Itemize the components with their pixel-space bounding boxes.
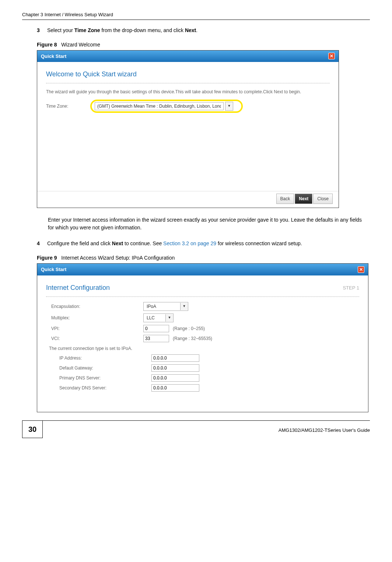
wizard2-titlebar: Quick Start ✕: [37, 264, 368, 275]
step-4-text: Configure the field and click Next to co…: [47, 240, 368, 247]
chevron-down-icon[interactable]: ▼: [165, 314, 173, 322]
ip-address-label: IP Address:: [46, 355, 151, 361]
secondary-dns-label: Secondary DNS Server:: [46, 385, 151, 391]
timezone-label: Time Zone:: [46, 103, 90, 110]
timezone-select[interactable]: [95, 102, 224, 110]
page-footer: 30 AMG1302/AMG1202-TSeries User's Guide: [22, 420, 370, 438]
wizard1-button-row: Back Next Close: [37, 191, 339, 208]
figure-title: Internet Access Wizard Setup: IPoA Confi…: [61, 255, 175, 261]
primary-dns-input[interactable]: [151, 374, 199, 382]
encapsulation-select[interactable]: IPoA ▼: [143, 302, 188, 311]
vci-hint: (Range : 32~65535): [173, 335, 212, 342]
divider: [46, 83, 330, 83]
text: from the drop-down menu, and click: [100, 27, 185, 33]
step-4: 4 Configure the field and click Next to …: [37, 240, 370, 247]
figure-title: Wizard Welcome: [61, 42, 100, 48]
multiplex-value: LLC: [144, 315, 164, 321]
step-3-number: 3: [37, 27, 46, 34]
chevron-down-icon[interactable]: ▼: [180, 303, 188, 310]
paragraph-after-fig8: Enter your Internet access information i…: [48, 216, 368, 232]
default-gateway-input[interactable]: [151, 364, 199, 372]
bold-next: Next: [112, 240, 123, 246]
step-indicator: STEP 1: [343, 284, 359, 292]
bold-next: Next: [185, 27, 196, 33]
page-header: Chapter 3 Internet / Wireless Setup Wiza…: [22, 11, 370, 20]
figure-9-screenshot: Quick Start ✕ STEP 1 Internet Configurat…: [37, 263, 368, 412]
chevron-down-icon[interactable]: ▼: [225, 102, 233, 111]
figure-8-caption: Figure 8 Wizard Welcome: [37, 41, 370, 49]
ip-address-input[interactable]: [151, 354, 199, 362]
next-button[interactable]: Next: [295, 194, 312, 204]
wizard2-heading: Internet Configuration: [46, 283, 359, 293]
text: Configure the field and click: [47, 240, 112, 246]
vpi-label: VPI:: [46, 325, 143, 332]
vci-label: VCI:: [46, 335, 143, 342]
close-icon[interactable]: ✕: [358, 266, 364, 273]
default-gateway-label: Default Gateway:: [46, 365, 151, 371]
text: for wireless connection wizard setup.: [216, 240, 302, 246]
step-3-text: Select your Time Zone from the drop-down…: [47, 27, 368, 34]
text: to continue. See: [123, 240, 163, 246]
figure-label: Figure 8: [37, 42, 57, 48]
primary-dns-label: Primary DNS Server:: [46, 375, 151, 381]
close-icon[interactable]: ✕: [328, 53, 335, 59]
encapsulation-label: Encapsulation:: [46, 303, 143, 310]
multiplex-label: Multiplex:: [46, 315, 143, 321]
current-connection-note: The current connection type is set to IP…: [49, 345, 359, 352]
wizard1-bar-title: Quick Start: [41, 53, 66, 60]
close-button[interactable]: Close: [313, 194, 333, 204]
text: .: [196, 27, 197, 33]
wizard1-titlebar: Quick Start ✕: [37, 51, 339, 62]
figure-label: Figure 9: [37, 255, 57, 261]
bold-timezone: Time Zone: [74, 27, 100, 33]
step-3: 3 Select your Time Zone from the drop-do…: [37, 27, 370, 34]
wizard1-heading: Welcome to Quick Start wizard: [46, 69, 330, 79]
multiplex-select[interactable]: LLC ▼: [143, 313, 174, 322]
figure-8-screenshot: Quick Start ✕ Welcome to Quick Start wiz…: [37, 50, 339, 208]
link-section-3-2[interactable]: Section 3.2 on page 29: [163, 240, 216, 246]
vpi-input[interactable]: [143, 325, 169, 332]
encapsulation-value: IPoA: [144, 303, 179, 310]
secondary-dns-input[interactable]: [151, 384, 199, 392]
vci-input[interactable]: [143, 335, 169, 342]
figure-9-caption: Figure 9 Internet Access Wizard Setup: I…: [37, 254, 370, 262]
page-number: 30: [22, 421, 43, 438]
vpi-hint: (Range : 0~255): [173, 325, 205, 332]
text: Select your: [47, 27, 74, 33]
divider: [46, 296, 359, 297]
back-button[interactable]: Back: [276, 194, 294, 204]
footer-guide-title: AMG1302/AMG1202-TSeries User's Guide: [279, 424, 370, 434]
wizard1-description: The wizard will guide you through the ba…: [46, 89, 330, 95]
timezone-highlight: ▼: [90, 100, 243, 113]
step-4-number: 4: [37, 240, 46, 247]
wizard2-bar-title: Quick Start: [41, 266, 66, 273]
